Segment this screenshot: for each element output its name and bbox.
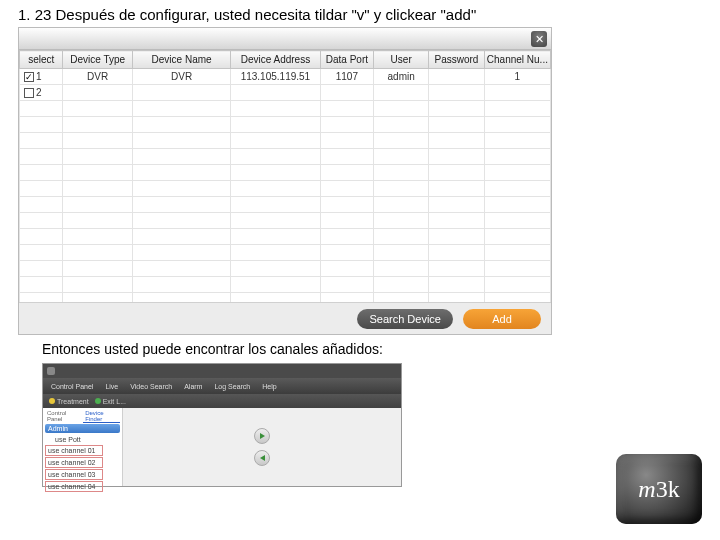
app-window: Control PanelLiveVideo SearchAlarmLog Se… [42, 363, 402, 487]
sidebar-tabs: Control Panel Device Finder [45, 410, 120, 423]
move-left-button[interactable] [254, 450, 270, 466]
nav-item[interactable]: Help [258, 383, 280, 390]
table-row [20, 261, 551, 277]
table-header: select Device Type Device Name Device Ad… [20, 51, 551, 69]
nav-item[interactable]: Alarm [180, 383, 206, 390]
table-row [20, 277, 551, 293]
dialog-titlebar: ✕ [19, 28, 551, 50]
tab-device-finder[interactable]: Device Finder [83, 410, 120, 423]
add-button[interactable]: Add [463, 309, 541, 329]
app-sidebar: Control Panel Device Finder Admin use Po… [43, 408, 123, 486]
table-row [20, 101, 551, 117]
dialog-footer: Search Device Add [19, 302, 551, 334]
table-row [20, 229, 551, 245]
channel-tree: use Pottuse channel 01use channel 02use … [45, 435, 120, 492]
cell-address [231, 85, 320, 101]
cell-port: 1107 [320, 69, 374, 85]
window-control-icon[interactable] [47, 367, 55, 375]
row-index: 1 [36, 71, 42, 82]
toolbar-item[interactable]: Exit L... [95, 398, 126, 405]
tab-control-panel[interactable]: Control Panel [45, 410, 81, 423]
row-index: 2 [36, 87, 42, 98]
table-row [20, 197, 551, 213]
app-body: Control Panel Device Finder Admin use Po… [43, 408, 401, 486]
m3k-logo: m3k [616, 454, 702, 524]
cell-user: admin [374, 69, 429, 85]
cell-address: 113.105.119.51 [231, 69, 320, 85]
cell-name: DVR [132, 69, 230, 85]
cell-password [429, 85, 485, 101]
cell-channels [484, 85, 550, 101]
nav-item[interactable]: Video Search [126, 383, 176, 390]
move-right-button[interactable] [254, 428, 270, 444]
tree-item[interactable]: use channel 04 [45, 481, 103, 492]
app-nav: Control PanelLiveVideo SearchAlarmLog Se… [43, 378, 401, 394]
instruction-top: 1. 23 Después de configurar, usted neces… [0, 0, 720, 27]
app-toolbar: Treatment Exit L... [43, 394, 401, 408]
col-address: Device Address [231, 51, 320, 69]
col-channels: Channel Nu... [484, 51, 550, 69]
close-icon[interactable]: ✕ [531, 31, 547, 47]
sidebar-header: Admin [45, 424, 120, 433]
row-checkbox[interactable] [24, 72, 34, 82]
toolbar-label: Treatment [57, 398, 89, 405]
table-row [20, 245, 551, 261]
instruction-bottom: Entonces usted puede encontrar los canal… [0, 335, 720, 361]
table-row [20, 133, 551, 149]
cell-port [320, 85, 374, 101]
table-row [20, 293, 551, 303]
cell-password [429, 69, 485, 85]
device-dialog: ✕ select Device Type Device Name Device … [18, 27, 552, 335]
app-titlebar [43, 364, 401, 378]
status-icon [95, 398, 101, 404]
table-row [20, 165, 551, 181]
cell-channels: 1 [484, 69, 550, 85]
table-row [20, 213, 551, 229]
table-row [20, 149, 551, 165]
table-row [20, 181, 551, 197]
col-name: Device Name [132, 51, 230, 69]
tree-item[interactable]: use channel 02 [45, 457, 103, 468]
nav-item[interactable]: Log Search [210, 383, 254, 390]
nav-item[interactable]: Control Panel [47, 383, 97, 390]
col-user: User [374, 51, 429, 69]
table-row[interactable]: 1DVRDVR113.105.119.511107admin1 [20, 69, 551, 85]
star-icon [49, 398, 55, 404]
col-password: Password [429, 51, 485, 69]
cell-user [374, 85, 429, 101]
col-port: Data Port [320, 51, 374, 69]
logo-text: m3k [638, 476, 679, 503]
app-center [123, 408, 401, 486]
arrow-right-icon [260, 433, 265, 439]
nav-item[interactable]: Live [101, 383, 122, 390]
tree-item[interactable]: use Pott [45, 435, 120, 444]
arrow-left-icon [260, 455, 265, 461]
cell-type [63, 85, 133, 101]
table-row [20, 117, 551, 133]
cell-type: DVR [63, 69, 133, 85]
cell-name [132, 85, 230, 101]
device-grid: select Device Type Device Name Device Ad… [19, 50, 551, 302]
tree-item[interactable]: use channel 01 [45, 445, 103, 456]
search-device-button[interactable]: Search Device [357, 309, 453, 329]
toolbar-item[interactable]: Treatment [49, 398, 89, 405]
table-row[interactable]: 2 [20, 85, 551, 101]
row-checkbox[interactable] [24, 88, 34, 98]
toolbar-label: Exit L... [103, 398, 126, 405]
col-select: select [20, 51, 63, 69]
col-type: Device Type [63, 51, 133, 69]
tree-item[interactable]: use channel 03 [45, 469, 103, 480]
